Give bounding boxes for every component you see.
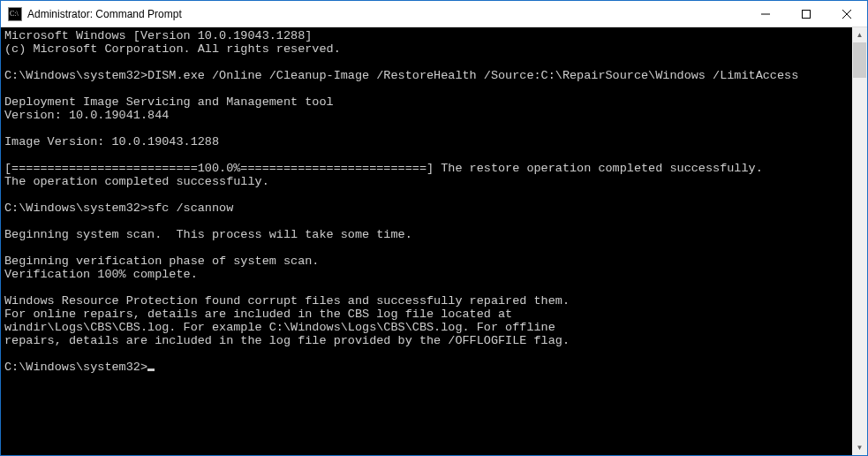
window-title: Administrator: Command Prompt (27, 8, 182, 20)
scroll-track[interactable] (852, 42, 867, 440)
cmd-icon: C:\ (8, 7, 22, 21)
maximize-button[interactable] (786, 1, 826, 27)
window-controls (745, 1, 867, 27)
console-output[interactable]: Microsoft Windows [Version 10.0.19043.12… (1, 27, 852, 455)
scroll-up-button[interactable]: ▲ (852, 27, 867, 42)
close-button[interactable] (826, 1, 867, 27)
svg-text:C:\: C:\ (10, 10, 19, 18)
cursor (147, 369, 155, 371)
minimize-button[interactable] (745, 1, 786, 27)
scroll-thumb[interactable] (853, 42, 866, 78)
command-prompt-window: C:\ Administrator: Command Prompt Micros… (0, 0, 868, 456)
vertical-scrollbar[interactable]: ▲ ▼ (852, 27, 867, 455)
svg-rect-4 (803, 10, 811, 18)
client-area: Microsoft Windows [Version 10.0.19043.12… (1, 27, 867, 455)
scroll-down-button[interactable]: ▼ (852, 440, 867, 455)
titlebar[interactable]: C:\ Administrator: Command Prompt (1, 1, 867, 27)
